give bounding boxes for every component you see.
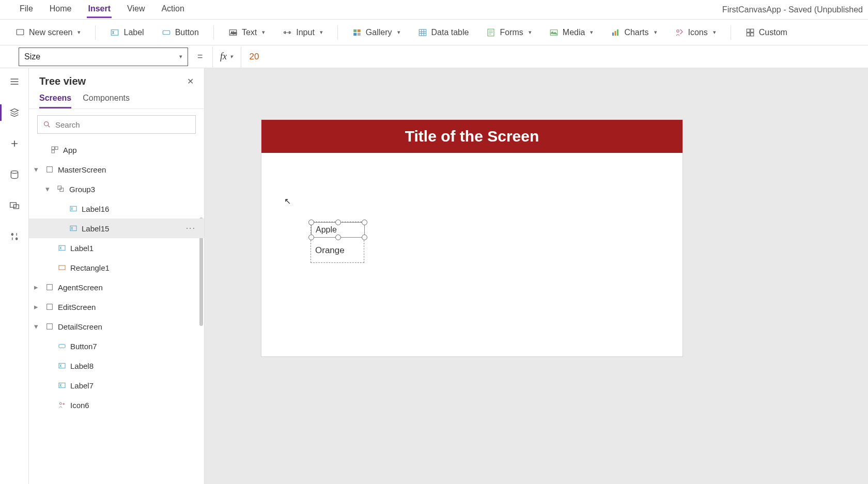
advanced-tools-icon[interactable] <box>8 230 21 243</box>
button-button-label: Button <box>175 28 199 37</box>
tree-node-editscreen[interactable]: ▸ EditScreen <box>29 297 204 317</box>
chevron-down-icon: ▾ <box>179 53 182 60</box>
media-rail-icon[interactable] <box>8 199 21 212</box>
data-table-button[interactable]: Data table <box>415 26 472 39</box>
label16-control[interactable]: Orange <box>311 241 363 260</box>
tree-node-icon6[interactable]: Icon6 <box>29 395 204 415</box>
tree-node-group3[interactable]: ▾ Group3 <box>29 179 204 199</box>
label-icon <box>69 205 78 213</box>
gallery-dropdown[interactable]: Gallery ▾ <box>349 26 404 39</box>
menu-item-insert[interactable]: Insert <box>87 1 112 18</box>
tree-node-label15[interactable]: Label15 ··· <box>29 218 204 238</box>
insert-rail-icon[interactable] <box>8 137 21 150</box>
label-icon <box>58 381 66 389</box>
tree-scroll[interactable]: App ▾ MasterScreen ▾ Group3 Label16 Labe… <box>29 140 204 484</box>
artboard-masterscreen[interactable]: Title of the Screen Apple Orange <box>261 120 683 356</box>
tree-node-masterscreen[interactable]: ▾ MasterScreen <box>29 160 204 179</box>
new-screen-button[interactable]: New screen ▾ <box>12 26 84 39</box>
menu-item-home[interactable]: Home <box>49 1 73 18</box>
search-input[interactable] <box>55 120 190 129</box>
tree-node-label16[interactable]: Label16 <box>29 199 204 218</box>
text-dropdown[interactable]: Abc Text ▾ <box>225 26 268 39</box>
screen-icon <box>45 322 54 331</box>
svg-rect-18 <box>747 29 750 32</box>
chevron-down-icon: ▾ <box>397 29 400 36</box>
svg-rect-40 <box>47 324 53 330</box>
svg-rect-29 <box>55 147 58 149</box>
tree-node-label: Label1 <box>70 244 94 253</box>
new-screen-label: New screen <box>29 28 72 37</box>
data-table-icon <box>418 28 427 37</box>
svg-rect-21 <box>751 33 754 36</box>
property-input[interactable] <box>24 52 159 61</box>
hamburger-icon[interactable] <box>8 75 21 88</box>
tree-node-label: Group3 <box>69 185 95 194</box>
forms-icon <box>486 28 495 37</box>
fx-button[interactable]: fx ▾ <box>212 46 241 67</box>
tree-node-label7[interactable]: Label7 <box>29 376 204 395</box>
svg-rect-43 <box>59 383 65 387</box>
canvas-area[interactable]: Title of the Screen Apple Orange ↖ <box>205 68 868 484</box>
svg-rect-28 <box>52 147 54 149</box>
charts-dropdown-label: Charts <box>624 28 648 37</box>
more-icon[interactable]: ··· <box>186 224 196 233</box>
chevron-right-icon[interactable]: ▸ <box>34 283 41 292</box>
resize-handle-ne[interactable] <box>362 220 367 225</box>
chevron-down-icon[interactable]: ▾ <box>34 322 41 331</box>
property-selector[interactable]: ▾ <box>19 48 188 66</box>
tree-node-label1[interactable]: Label1 <box>29 238 204 258</box>
svg-rect-0 <box>17 29 24 35</box>
svg-rect-32 <box>58 186 61 190</box>
icons-dropdown[interactable]: Icons ▾ <box>672 26 719 39</box>
forms-dropdown-label: Forms <box>500 28 523 37</box>
tree-node-label: Rectangle1 <box>70 263 110 272</box>
menu-item-action[interactable]: Action <box>160 1 185 18</box>
tree-node-button7[interactable]: Button7 <box>29 336 204 356</box>
resize-handle-sw[interactable] <box>308 235 314 240</box>
group3-outline[interactable]: Apple Orange <box>311 222 364 263</box>
tree-node-rectangle1[interactable]: Rectangle1 <box>29 258 204 277</box>
cursor-icon: ↖ <box>284 196 291 206</box>
menu-item-file[interactable]: File <box>19 1 34 18</box>
tree-node-agentscreen[interactable]: ▸ AgentScreen <box>29 277 204 297</box>
media-dropdown[interactable]: Media ▾ <box>546 26 597 39</box>
svg-rect-11 <box>419 29 426 36</box>
input-icon <box>283 28 292 37</box>
resize-handle-se[interactable] <box>362 235 367 240</box>
chevron-down-icon[interactable]: ▾ <box>34 165 41 174</box>
chevron-down-icon: ▾ <box>529 29 532 36</box>
text-icon: Abc <box>228 28 238 37</box>
resize-handle-s[interactable] <box>335 235 341 240</box>
search-box[interactable] <box>37 115 196 134</box>
tree-node-label: DetailScreen <box>58 322 102 331</box>
resize-handle-nw[interactable] <box>308 220 314 225</box>
tree-view-panel: Tree view ✕ Screens Components App ▾ Mas… <box>29 68 205 484</box>
tree-node-label: Icon6 <box>70 401 89 410</box>
custom-dropdown[interactable]: Custom <box>742 26 791 39</box>
tab-components[interactable]: Components <box>83 93 130 108</box>
label-button[interactable]: Label <box>107 26 147 39</box>
close-icon[interactable]: ✕ <box>187 76 194 86</box>
tree-node-detailscreen[interactable]: ▾ DetailScreen <box>29 317 204 336</box>
data-rail-icon[interactable] <box>8 168 21 181</box>
label15-control[interactable]: Apple <box>311 222 365 238</box>
svg-rect-38 <box>47 285 53 290</box>
charts-dropdown[interactable]: Charts ▾ <box>608 26 660 39</box>
screen-title-band[interactable]: Title of the Screen <box>261 120 683 153</box>
resize-handle-n[interactable] <box>335 220 341 225</box>
menu-bar: File Home Insert View Action FirstCanvas… <box>0 0 868 20</box>
tree-view-icon[interactable] <box>8 106 21 119</box>
menu-items: File Home Insert View Action <box>19 1 185 18</box>
menu-item-view[interactable]: View <box>126 1 146 18</box>
label-icon <box>58 244 66 252</box>
tree-node-app[interactable]: App <box>29 140 204 160</box>
chevron-right-icon[interactable]: ▸ <box>34 302 41 311</box>
forms-dropdown[interactable]: Forms ▾ <box>483 26 534 39</box>
svg-rect-33 <box>60 188 64 192</box>
tree-node-label8[interactable]: Label8 <box>29 356 204 376</box>
button-button[interactable]: Button <box>159 26 202 39</box>
formula-value[interactable]: 20 <box>241 52 259 62</box>
chevron-down-icon[interactable]: ▾ <box>45 184 53 194</box>
tab-screens[interactable]: Screens <box>39 93 71 108</box>
input-dropdown[interactable]: Input ▾ <box>280 26 326 39</box>
